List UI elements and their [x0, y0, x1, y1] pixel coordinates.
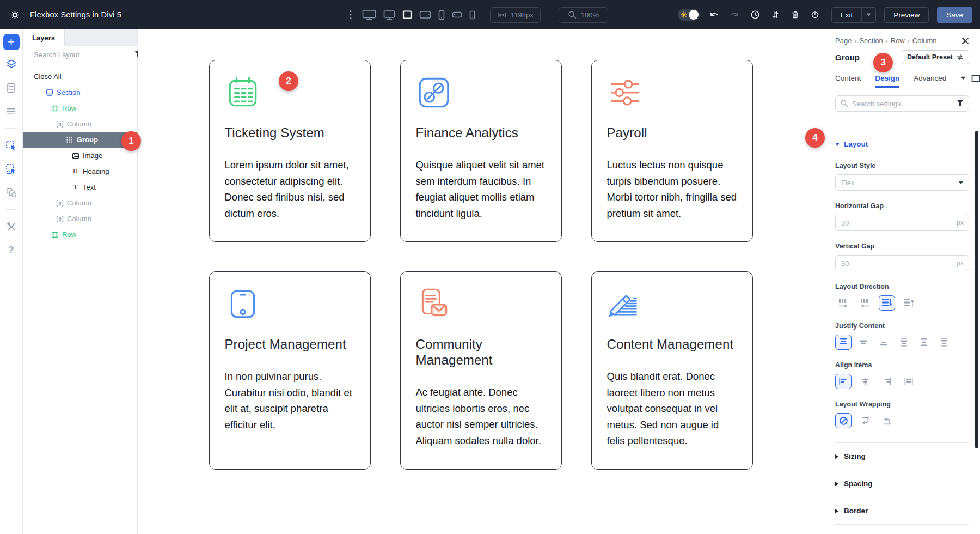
add-icon[interactable]: + [3, 34, 20, 50]
modules-icon[interactable] [5, 186, 18, 199]
breadcrumb-item-row[interactable]: Row [891, 37, 905, 45]
trash-icon[interactable] [789, 9, 801, 21]
power-icon[interactable] [809, 9, 821, 21]
breadcrumb-item-column[interactable]: Column [912, 37, 937, 45]
layer-item-label: Column [67, 120, 91, 128]
justify-content-space-between-option[interactable] [896, 335, 912, 350]
justify-content-space-evenly-option[interactable] [936, 335, 952, 350]
align-items-flex-start-option[interactable] [835, 374, 852, 389]
align-items-stretch-option[interactable] [901, 374, 917, 389]
layer-item-column[interactable]: Column [23, 116, 137, 132]
layer-item-row[interactable]: Row [23, 227, 137, 242]
select-section-icon[interactable] [5, 162, 18, 175]
card-finance-analytics[interactable]: Finance AnalyticsQuisque aliquet velit s… [400, 60, 562, 242]
redo-icon[interactable] [728, 9, 741, 21]
history-icon[interactable] [749, 9, 761, 21]
gear-icon[interactable] [9, 9, 21, 21]
exit-caret-icon[interactable] [861, 8, 875, 22]
layout-direction-row-reverse-option[interactable] [857, 295, 873, 311]
layout-style-label: Layout Style [835, 161, 969, 170]
card-project-management[interactable]: Project ManagementIn non pulvinar purus.… [209, 271, 371, 470]
justify-content-flex-start-option[interactable] [835, 335, 852, 350]
settings-search-input[interactable] [835, 95, 969, 112]
panel-scrollbar[interactable] [975, 131, 978, 448]
layout-direction-column-option[interactable] [879, 295, 895, 311]
tab-advanced[interactable]: Advanced [914, 70, 946, 87]
justify-content-flex-end-option[interactable] [875, 335, 892, 350]
layer-item-column[interactable]: Column [23, 211, 137, 227]
canvas-width-field[interactable]: 1198px [490, 7, 541, 23]
exit-button-group: Exit [831, 7, 877, 23]
section-title: Sizing [844, 452, 866, 460]
layout-style-select[interactable]: Flex [835, 174, 969, 191]
align-items-flex-end-option[interactable] [879, 374, 895, 389]
canvas-width-value: 1198px [511, 11, 534, 19]
section-spacing[interactable]: Spacing [835, 470, 969, 497]
list-icon[interactable] [5, 105, 18, 118]
layer-item-text[interactable]: TText [23, 179, 137, 195]
layer-item-heading[interactable]: HHeading [23, 163, 137, 179]
device-viewport-none-icon[interactable] [401, 9, 413, 20]
horizontal-gap-input[interactable] [835, 215, 969, 231]
justify-content-space-around-option[interactable] [916, 335, 932, 350]
view-state-icon[interactable] [971, 75, 980, 82]
device-desktop-icon[interactable] [382, 9, 396, 21]
card-community-management[interactable]: Community ManagementAc feugiat ante. Don… [400, 271, 562, 470]
layout-wrapping-wrap-reverse-option[interactable] [879, 413, 895, 428]
topbar: Flexbox Settings in Divi 5 1198px 100% [0, 0, 980, 29]
device-phone-icon[interactable] [437, 9, 446, 21]
card-title: Project Management [225, 336, 355, 352]
sort-icon[interactable] [769, 9, 781, 21]
database-icon[interactable] [5, 81, 18, 94]
justify-content-center-option[interactable] [855, 335, 872, 350]
device-phone-small-icon[interactable] [468, 9, 476, 21]
save-button[interactable]: Save [937, 7, 972, 23]
align-items-center-option[interactable] [857, 374, 873, 389]
card-payroll[interactable]: PayrollLuctus lectus non quisque turpis … [591, 60, 753, 242]
layout-section-header[interactable]: Layout [835, 140, 969, 148]
filter-icon[interactable] [956, 99, 964, 110]
undo-icon[interactable] [708, 9, 720, 21]
layer-item-row[interactable]: Row [23, 100, 137, 116]
default-preset-button[interactable]: Default Preset [902, 50, 969, 64]
card-content-management[interactable]: Content ManagementQuis blandit erat. Don… [591, 271, 753, 470]
layer-item-close-all[interactable]: Close All [23, 69, 137, 84]
layout-direction-row-option[interactable] [835, 295, 852, 311]
help-icon[interactable]: ? [5, 244, 18, 257]
layout-wrapping-nowrap-option[interactable] [835, 413, 852, 428]
layer-item-image[interactable]: Image [23, 148, 137, 163]
layer-item-group[interactable]: Group [23, 132, 137, 148]
drag-dots-icon[interactable] [348, 9, 353, 21]
align-items-field: Align Items [835, 361, 969, 389]
tab-design[interactable]: Design [875, 70, 899, 87]
layers-search-input[interactable] [34, 51, 130, 59]
vertical-gap-input[interactable] [835, 255, 969, 271]
builder-settings-toggle[interactable] [678, 9, 700, 21]
close-icon[interactable] [961, 37, 969, 45]
layer-item-column[interactable]: Column [23, 195, 137, 211]
chevron-down-icon[interactable] [960, 76, 966, 80]
layers-icon[interactable] [5, 58, 18, 71]
layout-direction-column-reverse-option[interactable] [901, 295, 917, 311]
divi-builder-app: Flexbox Settings in Divi 5 1198px 100% [0, 0, 980, 534]
device-desktop-large-icon[interactable] [361, 8, 377, 21]
device-tablet-landscape-icon[interactable] [418, 9, 432, 20]
zoom-field[interactable]: 100% [559, 7, 608, 23]
breadcrumb-item-page[interactable]: Page [835, 37, 852, 45]
section-box-shadow[interactable]: Box Shadow [835, 524, 969, 534]
card-body-text: In non pulvinar purus. Curabitur nisi od… [225, 368, 355, 433]
breadcrumb-item-section[interactable]: Section [859, 37, 883, 45]
device-phone-landscape-icon[interactable] [451, 10, 463, 19]
section-border[interactable]: Border [835, 497, 969, 524]
exit-button[interactable]: Exit [832, 8, 862, 22]
justify-content-label: Justify Content [835, 321, 969, 330]
select-module-icon[interactable] [5, 139, 18, 152]
tools-icon[interactable] [5, 220, 18, 233]
tab-layers[interactable]: Layers [23, 29, 65, 46]
layout-wrapping-wrap-option[interactable] [857, 413, 873, 428]
tab-content[interactable]: Content [835, 70, 861, 87]
card-body-text: Ac feugiat ante. Donec ultricies loborti… [416, 384, 546, 448]
preview-button[interactable]: Preview [884, 7, 929, 23]
layer-item-section[interactable]: Section [23, 84, 137, 100]
section-sizing[interactable]: Sizing [835, 442, 969, 470]
